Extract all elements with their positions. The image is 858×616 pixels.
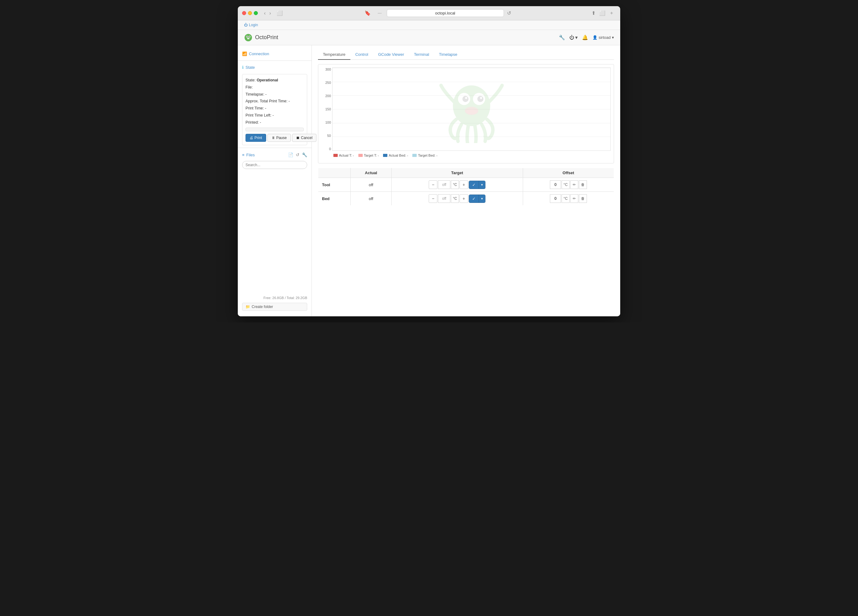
- url-bar[interactable]: octopi.local: [387, 9, 504, 17]
- state-operational-row: State: Operational: [246, 78, 304, 83]
- tool-offset-edit-button[interactable]: ✏: [570, 180, 578, 189]
- tool-confirm-button[interactable]: ✓: [469, 181, 479, 189]
- extensions-button[interactable]: 🔖: [363, 9, 373, 17]
- bed-target-plus-button[interactable]: +: [460, 194, 468, 203]
- tool-target-minus-button[interactable]: −: [429, 180, 437, 189]
- legend-target-t: Target T: -: [358, 154, 379, 157]
- col-actual-header: Actual: [351, 168, 392, 178]
- info-icon: ℹ: [242, 65, 244, 70]
- bed-confirm-button[interactable]: ✓: [469, 195, 479, 203]
- tool-actual-cell: off: [351, 178, 392, 192]
- tab-control[interactable]: Control: [350, 50, 373, 60]
- brand-logo-icon: [244, 33, 253, 42]
- reload-button[interactable]: ↺: [507, 10, 511, 16]
- minimize-button[interactable]: [248, 11, 252, 15]
- tab-terminal[interactable]: Terminal: [409, 50, 434, 60]
- y-label-200: 200: [325, 94, 331, 98]
- tool-offset-cell: °C ✏ 🗑: [523, 178, 614, 192]
- pause-button[interactable]: ⏸ Pause: [267, 134, 291, 142]
- legend-target-t-color: [358, 154, 363, 157]
- tool-offset-delete-button[interactable]: 🗑: [579, 180, 587, 189]
- files-settings-button[interactable]: 🔧: [302, 152, 307, 157]
- printed-row: Printed: -: [246, 119, 304, 126]
- legend-actual-t-label: Actual T: -: [339, 154, 354, 157]
- connection-label: Connection: [249, 51, 269, 56]
- sidebar: 📶 Connection ℹ State State: Operational …: [238, 45, 312, 317]
- refresh-files-button[interactable]: ↺: [296, 152, 300, 157]
- tool-offset-controls: °C ✏ 🗑: [527, 180, 610, 189]
- bed-target-minus-button[interactable]: −: [429, 194, 437, 203]
- notifications-button[interactable]: 🔔: [582, 34, 588, 40]
- print-button-group: 🖨 Print ⏸ Pause ⏹ Cancel: [246, 134, 304, 142]
- chart-y-axis: 300 250 200 150 100 50 0: [321, 68, 332, 151]
- forward-button[interactable]: ›: [268, 10, 272, 17]
- bed-offset-edit-button[interactable]: ✏: [570, 194, 578, 203]
- print-icon: 🖨: [250, 136, 253, 140]
- new-tab-button[interactable]: ＋: [607, 9, 616, 17]
- bed-offset-controls: °C ✏ 🗑: [527, 194, 610, 203]
- svg-point-6: [453, 85, 490, 126]
- files-label[interactable]: Files: [246, 153, 255, 157]
- tab-overview-button[interactable]: ⬜: [599, 10, 605, 16]
- legend-actual-bed-color: [383, 154, 387, 157]
- bed-preset-dropdown-button[interactable]: ▾: [479, 195, 485, 203]
- main-panel: Temperature Control GCode Viewer Termina…: [312, 45, 620, 317]
- tool-preset-dropdown-button[interactable]: ▾: [479, 181, 485, 189]
- tab-bar: Temperature Control GCode Viewer Termina…: [318, 50, 614, 60]
- back-button[interactable]: ‹: [263, 10, 267, 17]
- sidebar-item-state[interactable]: ℹ State: [238, 63, 311, 71]
- power-menu-button[interactable]: ⏻ ▾: [569, 34, 578, 40]
- close-button[interactable]: [242, 11, 246, 15]
- pause-icon: ⏸: [271, 136, 275, 140]
- tab-timelapse[interactable]: Timelapse: [434, 50, 462, 60]
- share-button[interactable]: ⬆: [590, 9, 597, 17]
- svg-point-14: [466, 109, 477, 114]
- tool-target-plus-button[interactable]: +: [460, 180, 468, 189]
- tool-offset-input[interactable]: [550, 180, 561, 189]
- folder-icon: 📁: [246, 305, 250, 309]
- tool-target-unit: °C: [451, 180, 459, 189]
- y-label-0: 0: [329, 147, 331, 151]
- sidebar-toggle-button[interactable]: ⬜: [275, 9, 284, 17]
- navbar-right: 🔧 ⏻ ▾ 🔔 👤 sirtoad ▾: [559, 34, 614, 40]
- more-button[interactable]: ···: [376, 10, 383, 17]
- upload-file-button[interactable]: 📄: [288, 152, 293, 157]
- bed-offset-input[interactable]: [550, 194, 561, 203]
- legend-target-bed-label: Target Bed: -: [418, 154, 437, 157]
- sidebar-item-connection[interactable]: 📶 Connection: [238, 50, 311, 58]
- login-link[interactable]: ⏻ Login: [244, 23, 258, 27]
- file-row: File:: [246, 84, 304, 90]
- tab-gcode-viewer[interactable]: GCode Viewer: [373, 50, 409, 60]
- print-time-row: Print Time: -: [246, 106, 304, 111]
- legend-target-bed: Target Bed: -: [412, 154, 437, 157]
- user-menu[interactable]: 👤 sirtoad ▾: [592, 35, 614, 40]
- main-content: 📶 Connection ℹ State State: Operational …: [238, 45, 620, 317]
- print-time-left-row: Print Time Left: -: [246, 113, 304, 118]
- power-icon: ⏻: [569, 35, 574, 40]
- svg-point-12: [480, 97, 482, 99]
- search-input[interactable]: [242, 161, 307, 169]
- traffic-lights: [242, 11, 258, 15]
- cancel-icon: ⏹: [296, 136, 300, 140]
- print-button[interactable]: 🖨 Print: [246, 134, 266, 142]
- settings-button[interactable]: 🔧: [559, 34, 565, 40]
- temperature-chart: 300 250 200 150 100 50 0: [321, 68, 611, 160]
- app-navbar: OctoPrint 🔧 ⏻ ▾ 🔔 👤 sirtoad ▾: [238, 30, 620, 45]
- bed-offset-delete-button[interactable]: 🗑: [579, 194, 587, 203]
- legend-actual-t: Actual T: -: [333, 154, 354, 157]
- svg-point-3: [247, 36, 248, 37]
- create-folder-button[interactable]: 📁 Create folder: [242, 303, 307, 311]
- temperature-table: Actual Target Offset Tool off − off: [318, 168, 614, 206]
- col-target-header: Target: [392, 168, 523, 178]
- chart-area: [332, 68, 611, 151]
- progress-bar-container: [246, 128, 304, 131]
- y-label-300: 300: [325, 68, 331, 71]
- tab-temperature[interactable]: Temperature: [318, 50, 350, 60]
- fullscreen-button[interactable]: [254, 11, 258, 15]
- tool-target-cell: − off °C + ✓ ▾: [392, 178, 523, 192]
- bed-name-cell: Bed: [318, 192, 351, 206]
- tool-name-cell: Tool: [318, 178, 351, 192]
- user-name: sirtoad: [598, 35, 611, 40]
- bed-target-unit: °C: [451, 194, 459, 203]
- storage-info: Free: 26.8GB / Total: 29.2GB: [238, 294, 311, 301]
